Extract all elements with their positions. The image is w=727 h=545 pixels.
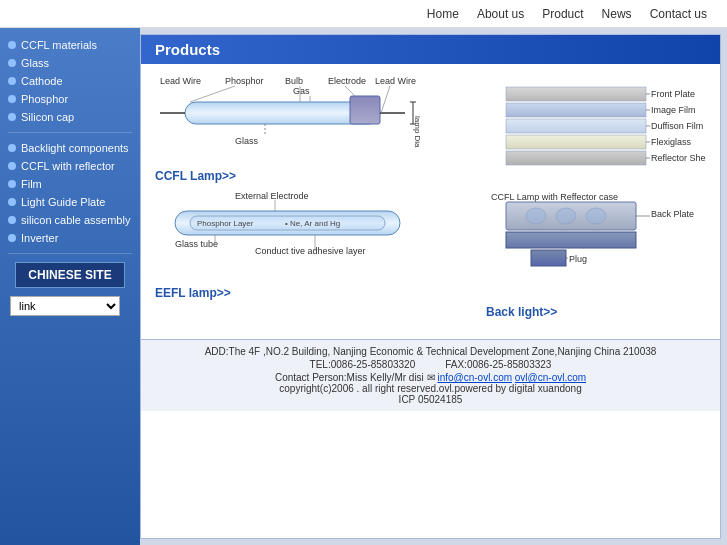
svg-text:Electrode: Electrode <box>328 76 366 86</box>
right-diagrams: Front Plate Image Film Duffison Film Fle… <box>486 72 706 325</box>
sidebar-item-backlight[interactable]: Backlight components <box>0 139 140 157</box>
svg-text:Front Plate: Front Plate <box>651 89 695 99</box>
bullet-icon <box>8 198 16 206</box>
svg-rect-7 <box>350 96 380 124</box>
products-content: Lead Wire Phosphor Bulb Gas Electrode Le… <box>141 64 720 339</box>
footer-fax: FAX:0086-25-85803323 <box>445 359 551 370</box>
bullet-icon <box>8 162 16 170</box>
nav-news[interactable]: News <box>602 7 632 21</box>
svg-text:Phosphor Layer: Phosphor Layer <box>197 219 254 228</box>
bullet-icon <box>8 41 16 49</box>
bullet-icon <box>8 234 16 242</box>
ccfl-diagram-container: Lead Wire Phosphor Bulb Gas Electrode Le… <box>155 72 476 165</box>
sidebar-item-cathode[interactable]: Cathode <box>0 72 140 90</box>
svg-text:Phosphor: Phosphor <box>225 76 264 86</box>
footer-address: ADD:The 4F ,NO.2 Building, Nanjing Econo… <box>155 346 706 357</box>
link-select-wrapper: link <box>0 296 140 316</box>
footer-icp: ICP 05024185 <box>155 394 706 405</box>
svg-point-49 <box>556 208 576 224</box>
svg-rect-35 <box>506 151 646 165</box>
svg-text:Glass tube: Glass tube <box>175 239 218 249</box>
sidebar-item-film[interactable]: Film <box>0 175 140 193</box>
sidebar-item-inverter[interactable]: Inverter <box>0 229 140 247</box>
svg-text:Image Film: Image Film <box>651 105 696 115</box>
svg-text:Plug: Plug <box>569 254 587 264</box>
svg-text:Duffison Film: Duffison Film <box>651 121 703 131</box>
chinese-site-button[interactable]: CHINESE SITE <box>15 262 125 288</box>
eefl-lamp-svg: External Electrode Phosphor Layer • Ne, … <box>155 189 425 279</box>
sidebar-item-cable[interactable]: silicon cable assembly <box>0 211 140 229</box>
sidebar-divider <box>8 132 132 133</box>
svg-point-50 <box>586 208 606 224</box>
nav-about[interactable]: About us <box>477 7 524 21</box>
bullet-icon <box>8 77 16 85</box>
svg-point-48 <box>526 208 546 224</box>
left-diagrams: Lead Wire Phosphor Bulb Gas Electrode Le… <box>155 72 476 325</box>
svg-text:Lead Wire: Lead Wire <box>160 76 201 86</box>
footer-contact: Contact Person:Miss Kelly/Mr disi <box>275 372 424 383</box>
svg-text:CCFL Lamp with Reffector case: CCFL Lamp with Reffector case <box>491 192 618 202</box>
svg-rect-32 <box>506 103 646 117</box>
svg-rect-34 <box>506 135 646 149</box>
ccfl-lamp-svg: Lead Wire Phosphor Bulb Gas Electrode Le… <box>155 72 425 162</box>
main-wrapper: CCFL materials Glass Cathode Phosphor Si… <box>0 28 727 545</box>
svg-text:Conduct tive adhesive layer: Conduct tive adhesive layer <box>255 246 366 256</box>
svg-rect-54 <box>531 250 566 266</box>
footer-email1[interactable]: info@cn-ovl.com <box>437 372 512 383</box>
top-navigation: Home About us Product News Contact us <box>0 0 727 28</box>
eefl-diagram-container: External Electrode Phosphor Layer • Ne, … <box>155 189 476 282</box>
sidebar-item-glass[interactable]: Glass <box>0 54 140 72</box>
bullet-icon <box>8 59 16 67</box>
bullet-icon <box>8 113 16 121</box>
svg-text:Lead Wire: Lead Wire <box>375 76 416 86</box>
sidebar-item-ccfl-reflector[interactable]: CCFL with reflector <box>0 157 140 175</box>
svg-line-20 <box>381 86 390 113</box>
svg-text:lamp Dia: lamp Dia <box>413 116 422 148</box>
svg-text:• Ne, Ar and Hg: • Ne, Ar and Hg <box>285 219 340 228</box>
backlight-svg: Front Plate Image Film Duffison Film Fle… <box>486 72 706 312</box>
svg-text:Flexiglass: Flexiglass <box>651 137 692 147</box>
bullet-icon <box>8 180 16 188</box>
svg-text:Back Plate: Back Plate <box>651 209 694 219</box>
ccfl-lamp-label[interactable]: CCFL Lamp>> <box>155 169 476 183</box>
footer-copyright: copyright(c)2006 . all right reserved.ov… <box>155 383 706 394</box>
svg-rect-31 <box>506 87 646 101</box>
products-header: Products <box>141 35 720 64</box>
bullet-icon <box>8 216 16 224</box>
bullet-icon <box>8 144 16 152</box>
sidebar-item-silicon-cap[interactable]: Silicon cap <box>0 108 140 126</box>
svg-text:Gas: Gas <box>293 86 310 96</box>
nav-product[interactable]: Product <box>542 7 583 21</box>
nav-home[interactable]: Home <box>427 7 459 21</box>
footer: ADD:The 4F ,NO.2 Building, Nanjing Econo… <box>141 339 720 411</box>
sidebar: CCFL materials Glass Cathode Phosphor Si… <box>0 28 140 545</box>
svg-text:External Electrode: External Electrode <box>235 191 309 201</box>
sidebar-item-phosphor[interactable]: Phosphor <box>0 90 140 108</box>
sidebar-divider-2 <box>8 253 132 254</box>
svg-text:Reflector Sheet: Reflector Sheet <box>651 153 706 163</box>
bullet-icon <box>8 95 16 103</box>
svg-text:Bulb: Bulb <box>285 76 303 86</box>
footer-tel: TEL:0086-25-85803320 <box>310 359 416 370</box>
svg-text:Glass: Glass <box>235 136 259 146</box>
svg-rect-33 <box>506 119 646 133</box>
svg-line-19 <box>345 86 355 96</box>
footer-contact-row: Contact Person:Miss Kelly/Mr disi ✉ info… <box>155 372 706 383</box>
nav-contact[interactable]: Contact us <box>650 7 707 21</box>
sidebar-item-light-guide[interactable]: Light Guide Plate <box>0 193 140 211</box>
svg-line-16 <box>190 86 235 102</box>
footer-email2[interactable]: ovl@cn-ovl.com <box>515 372 586 383</box>
diagram-row: Lead Wire Phosphor Bulb Gas Electrode Le… <box>155 72 706 325</box>
email-icon: ✉ <box>427 372 438 383</box>
eefl-lamp-label[interactable]: EEFL lamp>> <box>155 286 476 300</box>
content-area: Products Lead Wire Phosphor <box>140 34 721 539</box>
sidebar-item-ccfl-materials[interactable]: CCFL materials <box>0 36 140 54</box>
svg-rect-53 <box>506 232 636 248</box>
link-select[interactable]: link <box>10 296 120 316</box>
